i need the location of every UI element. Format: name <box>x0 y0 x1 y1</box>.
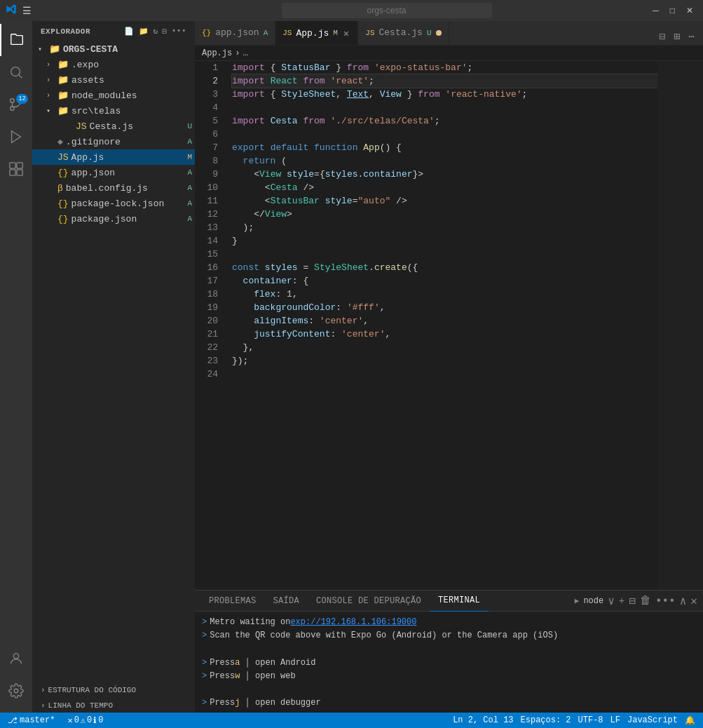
ln-19: 19 <box>200 301 218 314</box>
sidebar-item-project-root[interactable]: ▾ 📁 ORGS-CESTA <box>32 41 195 57</box>
delete-terminal-icon[interactable]: 🗑 <box>640 594 651 607</box>
panel-tab-debug[interactable]: CONSOLE DE DEPURAÇÃO <box>308 591 430 612</box>
sidebar-item-package-json[interactable]: {} package.json A <box>32 211 195 227</box>
code-line-19: backgroundColor: '#fff', <box>232 301 657 314</box>
refresh-icon[interactable]: ↻ <box>153 27 158 36</box>
status-line-ending[interactable]: LF <box>607 713 624 728</box>
activity-account[interactable] <box>0 642 32 675</box>
terminal-key-j: j <box>235 696 240 710</box>
panel-content[interactable]: > Metro waiting on exp://192.168.1.106:1… <box>195 612 703 713</box>
terminal-line-scan: > Scan the QR code above with Expo Go (A… <box>202 629 696 642</box>
code-line-9: <View style={styles.container}> <box>232 168 657 181</box>
activity-search[interactable] <box>0 56 32 88</box>
sidebar-item-expo[interactable]: › 📁 .expo <box>32 57 195 72</box>
new-file-icon[interactable]: 📄 <box>124 27 135 36</box>
panel-tab-label-output: SAÍDA <box>273 596 300 606</box>
terminal-action-a: open Android <box>255 656 315 670</box>
panel-tab-terminal[interactable]: TERMINAL <box>430 591 489 612</box>
tab-close-app-js[interactable]: ✕ <box>342 27 350 40</box>
status-indent[interactable]: Espaços: 2 <box>517 713 575 728</box>
js-tab-icon: JS <box>282 29 292 37</box>
babel-icon: β <box>57 183 63 194</box>
more-terminal-icon[interactable]: ••• <box>655 595 676 607</box>
activity-explorer[interactable] <box>0 24 32 56</box>
collapse-icon[interactable]: ⊟ <box>163 27 168 36</box>
close-button[interactable]: ✕ <box>682 4 697 17</box>
tab-label-app-json: app.json <box>215 27 259 38</box>
terminal-chevron-down[interactable]: ∨ <box>608 594 615 608</box>
terminal-url-expo[interactable]: exp://192.168.1.106:19000 <box>290 616 416 629</box>
js-tab-icon-cesta: JS <box>365 29 374 37</box>
code-content[interactable]: import { StatusBar } from 'expo-status-b… <box>226 61 657 590</box>
split-terminal-icon[interactable]: ⊟ <box>629 594 636 608</box>
ln-22: 22 <box>200 341 218 354</box>
terminal-text-scan: Scan the QR code above with Expo Go (And… <box>210 629 558 642</box>
status-language-label: JavaScript <box>627 715 678 725</box>
panel-tab-problems[interactable]: PROBLEMAS <box>200 591 265 612</box>
tab-cesta-js[interactable]: JS Cesta.js U <box>358 21 449 45</box>
svg-point-3 <box>11 99 15 103</box>
status-git-branch[interactable]: ⎇ master* <box>4 713 58 728</box>
maximize-panel-icon[interactable]: ∧ <box>680 594 687 608</box>
maximize-button[interactable]: □ <box>666 4 679 17</box>
terminal-action-w: open web <box>255 670 296 683</box>
code-line-6 <box>232 128 657 141</box>
ln-6: 6 <box>200 128 218 141</box>
layout-icon[interactable]: ⊞ <box>671 29 683 45</box>
code-line-12: </View> <box>232 208 657 221</box>
sidebar-section-linha[interactable]: › LINHA DO TEMPO <box>32 697 195 713</box>
sidebar-item-babel[interactable]: β babel.config.js A <box>32 180 195 196</box>
close-panel-icon[interactable]: ✕ <box>690 594 697 608</box>
sidebar-item-gitignore[interactable]: ◆ .gitignore A <box>32 134 195 149</box>
feedback-icon: 🔔 <box>685 715 695 726</box>
code-line-1: import { StatusBar } from 'expo-status-b… <box>232 61 657 74</box>
sidebar-item-label-src: src\telas <box>71 106 195 116</box>
hamburger-icon[interactable]: ☰ <box>22 5 32 17</box>
tab-bar-actions: ⊟ ⊞ ⋯ <box>656 29 703 45</box>
status-position-label: Ln 2, Col 13 <box>453 715 513 725</box>
error-count-val: 0 <box>74 715 79 725</box>
activity-bottom <box>0 642 32 713</box>
vscode-icon <box>6 4 17 18</box>
panel-tab-output[interactable]: SAÍDA <box>265 591 308 612</box>
terminal-sep-j: │ <box>240 696 255 710</box>
status-feedback-icon[interactable]: 🔔 <box>681 713 699 728</box>
status-errors[interactable]: ✕ 0 ⚠ 0 ℹ 0 <box>64 713 107 728</box>
status-language[interactable]: JavaScript <box>624 713 681 728</box>
status-encoding[interactable]: UTF-8 <box>575 713 607 728</box>
activity-settings[interactable] <box>0 675 32 707</box>
activity-run[interactable] <box>0 121 32 153</box>
add-terminal-icon[interactable]: + <box>619 595 624 607</box>
new-folder-icon[interactable]: 📁 <box>139 27 149 36</box>
terminal-line-debugger: > Press j │ open debugger <box>202 696 696 710</box>
sidebar-item-node-modules[interactable]: › 📁 node_modules <box>32 88 195 103</box>
sidebar-item-app-js[interactable]: JS App.js M <box>32 149 195 165</box>
sidebar-item-cesta-js[interactable]: JS Cesta.js U <box>32 119 195 134</box>
code-line-23: }); <box>232 354 657 368</box>
split-editor-icon[interactable]: ⊟ <box>656 29 668 45</box>
sidebar-item-src-telas[interactable]: ▾ 📁 src\telas <box>32 103 195 119</box>
code-line-7: export default function App() { <box>232 141 657 154</box>
tab-dot-cesta <box>436 30 442 36</box>
json-icon-pkg: {} <box>57 214 69 224</box>
sidebar-item-app-json[interactable]: {} app.json A <box>32 165 195 180</box>
tab-app-json[interactable]: {} app.json A <box>195 21 275 45</box>
sidebar-item-assets[interactable]: › 📁 assets <box>32 72 195 88</box>
activity-source-control[interactable]: 12 <box>0 88 32 121</box>
search-input[interactable]: orgs-cesta <box>282 3 492 18</box>
code-line-18: flex: 1, <box>232 288 657 301</box>
terminal-run-icon: ▶ <box>575 596 580 605</box>
sidebar-badge-app-json: A <box>184 168 195 177</box>
json-icon-lock: {} <box>57 198 69 209</box>
terminal-prompt-5: > <box>202 696 207 710</box>
sidebar-section-estrutura[interactable]: › ESTRUTURA DO CÓDIGO <box>32 682 195 697</box>
more-tabs-icon[interactable]: ⋯ <box>685 29 697 45</box>
activity-extensions[interactable] <box>0 153 32 185</box>
tab-app-js[interactable]: JS App.js M ✕ <box>275 21 358 45</box>
more-icon[interactable]: ••• <box>172 27 186 36</box>
minimize-button[interactable]: ─ <box>648 4 663 17</box>
status-position[interactable]: Ln 2, Col 13 <box>449 713 517 728</box>
sidebar-item-package-lock[interactable]: {} package-lock.json A <box>32 196 195 211</box>
sidebar-item-label-git: .gitignore <box>66 137 182 147</box>
terminal-name: node <box>583 596 603 606</box>
